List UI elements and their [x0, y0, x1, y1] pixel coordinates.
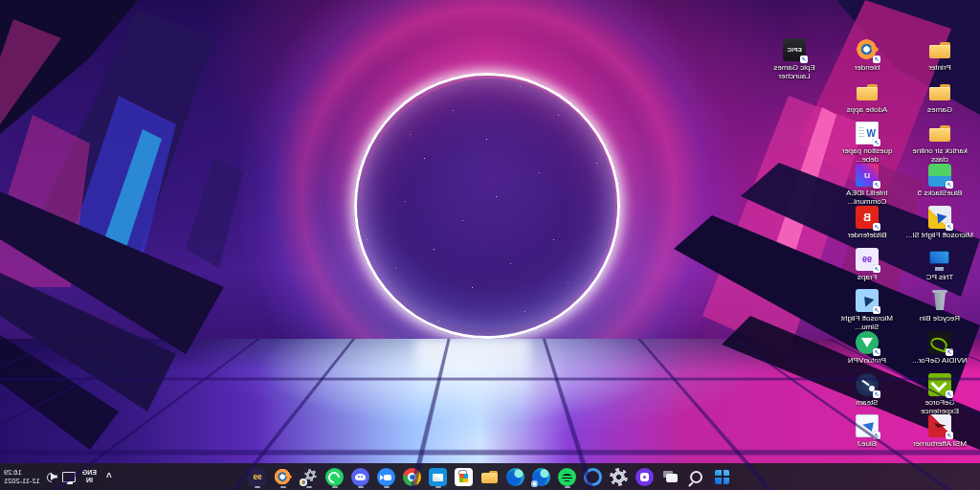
folder-icon	[928, 80, 951, 103]
shortcut-arrow-icon	[873, 306, 880, 314]
shortcut-arrow-icon	[873, 390, 880, 398]
desktop-icon-bluestacks-5[interactable]: BlueStacks 5	[905, 164, 974, 197]
desktop-icon-games[interactable]: Games	[905, 80, 974, 114]
clock-date: 12-11-2021	[4, 477, 40, 485]
desktop-icon-label: Microsoft Flight Simu...	[833, 314, 902, 331]
clock-time: 16:29	[4, 468, 22, 477]
desktop-icon-bluej[interactable]: BlueJ	[833, 414, 902, 448]
system-tray: ^ ENG IN 16:29 12-11-2021	[4, 463, 115, 490]
clock[interactable]: 16:29 12-11-2021	[4, 468, 40, 485]
desktop-icon-bitdefender[interactable]: B Bitdefender	[833, 206, 902, 239]
desktop-icon-label: Steam	[856, 398, 878, 407]
taskbar-app-buttons: 99	[0, 463, 980, 490]
running-indicator	[384, 486, 390, 488]
taskbar-mail-button[interactable]	[427, 464, 451, 489]
taskbar-gears-app-button[interactable]	[298, 464, 322, 489]
language-line1: ENG	[82, 469, 97, 477]
desktop-icon-steam[interactable]: Steam	[833, 373, 902, 407]
shortcut-arrow-icon	[946, 181, 953, 189]
taskbar-microsoft-store-button[interactable]	[453, 464, 477, 489]
running-indicator	[435, 486, 441, 488]
taskbar-edge-button[interactable]	[504, 464, 528, 489]
desktop-icon-nvidia-gefor[interactable]: NVIDIA GeFor...	[905, 331, 974, 365]
taskbar-start-button[interactable]	[711, 464, 735, 489]
desktop-icon-epic-games-launcher[interactable]: EPIC Epic Games Launcher	[760, 38, 829, 80]
taskbar-spotify-button[interactable]	[556, 464, 580, 489]
desktop-icon-microsoft-flight-simu[interactable]: Microsoft Flight Simu...	[833, 289, 902, 331]
language-line2: IN	[86, 477, 93, 484]
desktop-icon-label: blender	[855, 63, 880, 72]
taskbar-task-view-button[interactable]	[659, 464, 683, 489]
desktop-icon-this-pc[interactable]: This PC	[905, 248, 974, 281]
bluej-icon	[856, 414, 879, 437]
taskbar-clipchamp-button[interactable]	[634, 464, 657, 489]
shortcut-arrow-icon	[873, 139, 880, 146]
shortcut-arrow-icon	[946, 390, 953, 398]
desktop-icon-label: BlueStacks 5	[918, 189, 963, 197]
running-indicator	[358, 486, 364, 488]
desktop-icon-label: GeForce Experience	[905, 398, 974, 415]
taskbar-zoom-button[interactable]	[375, 464, 399, 489]
bitdefender-icon: B	[856, 206, 879, 229]
search-icon	[688, 468, 706, 486]
desktop-icon-fraps[interactable]: 99 Fraps	[833, 248, 902, 281]
desktop-icon-label: Adobe apps	[847, 105, 888, 114]
taskbar-discord-button[interactable]	[349, 464, 373, 489]
file-explorer-icon	[481, 468, 500, 486]
desktop-icon-msi-afterburner[interactable]: MSI Afterburner	[905, 414, 974, 448]
shortcut-arrow-icon	[800, 56, 808, 63]
clipchamp-icon	[636, 468, 655, 486]
desktop-icon-protonvpn[interactable]: ProtonVPN	[833, 331, 902, 365]
edge-icon	[507, 468, 525, 486]
taskbar-ring-app-button[interactable]	[582, 464, 606, 489]
gear-icon	[611, 468, 629, 486]
desktop-icon-geforce-experience[interactable]: GeForce Experience	[905, 373, 974, 415]
desktop-icon-label: Games	[927, 105, 952, 114]
hidden-icons-chevron[interactable]: ^	[103, 472, 115, 482]
desktop-icon-label: Recycle Bin	[920, 314, 960, 323]
taskbar-chrome-button[interactable]	[401, 464, 425, 489]
flight-simulator-icon	[856, 289, 879, 312]
taskbar-fraps-button[interactable]: 99	[246, 464, 270, 489]
network-icon[interactable]	[62, 472, 76, 482]
mirrored-desktop: Printer Games kartick sir online class B…	[0, 0, 980, 490]
shortcut-arrow-icon	[873, 56, 880, 63]
taskbar-blender-button[interactable]	[272, 464, 296, 489]
epic-games-icon: EPIC	[783, 38, 806, 61]
desktop-icon-question-paper-debe[interactable]: W question paper debe...	[833, 122, 902, 164]
discord-icon	[352, 468, 370, 486]
desktop-icon-label: IntelliJ IDEA Communi...	[833, 189, 902, 206]
geforce-experience-icon	[928, 373, 951, 396]
desktop-icon-adobe-apps[interactable]: Adobe apps	[833, 80, 902, 114]
shortcut-arrow-icon	[873, 348, 880, 356]
blender-icon	[856, 38, 879, 61]
taskbar-edge-alt-button[interactable]	[530, 464, 554, 489]
tray-icons[interactable]	[47, 472, 76, 482]
msi-afterburner-icon	[928, 414, 951, 437]
taskbar-settings-button[interactable]	[608, 464, 632, 489]
desktop-icon-blender[interactable]: blender	[833, 38, 902, 72]
desktop-icon-label: question paper debe...	[833, 146, 902, 164]
desktop-icon-kartick-sir-online-class[interactable]: kartick sir online class	[905, 122, 974, 164]
desktop-icon-label: Microsoft Flight Si...	[906, 231, 973, 239]
desktop-icon-intellij-idea-communi[interactable]: IJ IntelliJ IDEA Communi...	[833, 164, 902, 206]
shortcut-arrow-icon	[946, 432, 953, 439]
desktop-icon-recycle-bin[interactable]: Recycle Bin	[905, 289, 974, 323]
shortcut-arrow-icon	[946, 223, 953, 231]
taskbar-search-button[interactable]	[685, 464, 709, 489]
language-indicator[interactable]: ENG IN	[82, 469, 97, 484]
desktop-icon-label: NVIDIA GeFor...	[912, 356, 967, 365]
taskbar-file-explorer-button[interactable]	[479, 464, 502, 489]
bluestacks-icon	[928, 164, 951, 187]
desktop-icon-microsoft-flight-si[interactable]: Microsoft Flight Si...	[905, 206, 974, 239]
running-indicator	[255, 486, 260, 488]
windows-start-icon	[716, 470, 730, 484]
taskbar-whatsapp-button[interactable]	[323, 464, 347, 489]
desktop-icon-label: kartick sir online class	[905, 146, 974, 164]
nvidia-icon	[928, 331, 951, 354]
volume-icon[interactable]	[47, 472, 57, 481]
desktop-icon-label: Fraps	[858, 273, 877, 281]
desktop-icon-label: Bitdefender	[848, 231, 887, 239]
folder-icon	[928, 38, 951, 61]
desktop-icon-printer[interactable]: Printer	[905, 38, 974, 72]
